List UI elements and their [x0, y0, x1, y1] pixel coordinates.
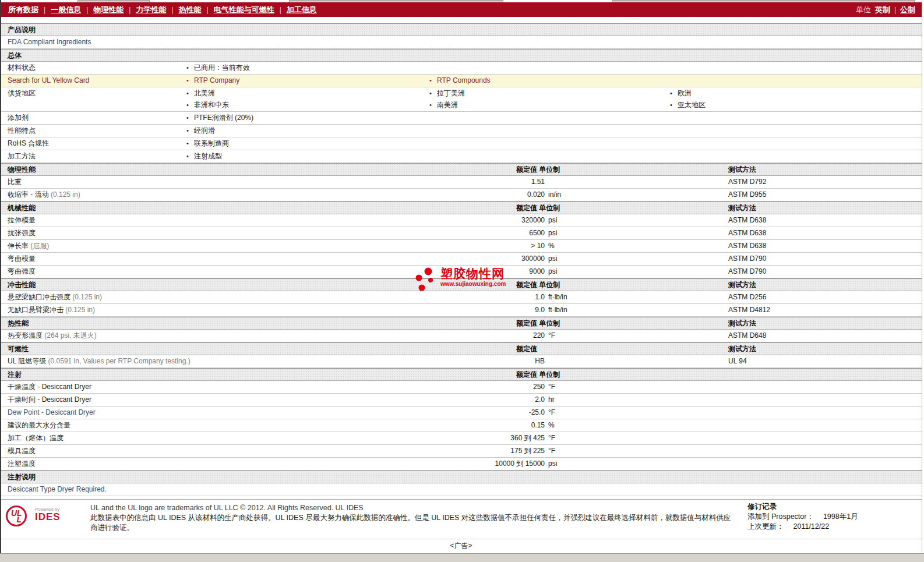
bullet-item: •南美洲 [429, 99, 458, 111]
field-label: 添加剂 [8, 112, 29, 124]
property-unit: psi [548, 227, 557, 239]
bullet-icon: • [186, 87, 194, 100]
field-label: RoHS 合规性 [8, 137, 49, 150]
bullet-icon: • [670, 87, 678, 100]
property-label: 弯曲强度 [8, 266, 36, 278]
bullet-icon: • [670, 99, 678, 111]
nav-tab-2[interactable]: 一般信息 [51, 5, 81, 15]
page-left-border [0, 0, 1, 553]
nav-tab-4[interactable]: 力学性能 [136, 5, 166, 15]
test-method: ASTM D648 [728, 330, 766, 342]
bullet-item: •注射成型 [186, 150, 222, 162]
property-label-text: 无缺口悬臂梁冲击 [8, 306, 64, 314]
bullet-icon: • [429, 87, 437, 100]
bullet-item: •非洲和中东 [186, 99, 229, 111]
property-label: 比重 [8, 176, 22, 188]
property-label-text: 拉伸模量 [8, 216, 36, 224]
property-unit: °F [548, 407, 555, 419]
unit-imperial-toggle[interactable]: 英制 [875, 5, 890, 15]
revision-added-value: 1998年1月 [823, 512, 858, 521]
section-title: 冲击性能 [0, 281, 36, 289]
nav-separator: | [86, 6, 88, 14]
field-label: 材料状态 [8, 62, 36, 74]
test-method: ASTM D4812 [728, 304, 770, 316]
property-unit: % [548, 240, 555, 252]
property-label: 弯曲模量 [8, 253, 36, 265]
bullet-item: •联系制造商 [186, 137, 229, 150]
field-row: 加工方法•注射成型 [0, 150, 922, 163]
note-text: Desiccant Type Dryer Required. [0, 483, 922, 496]
field-row: 材料状态•已商用：当前有效 [0, 62, 922, 75]
property-unit: ft·lb/in [548, 304, 567, 316]
field-label: 供货地区 [8, 87, 36, 100]
property-row: 收缩率 - 流动 (0.125 in)0.020in/inASTM D955 [0, 189, 922, 202]
bullet-item[interactable]: •RTP Compounds [429, 75, 491, 87]
nav-tab-6[interactable]: 电气性能与可燃性 [214, 5, 274, 15]
property-row: 比重1.51ASTM D792 [0, 176, 922, 189]
units-label: 单位 [856, 5, 871, 15]
column-header-value: 额定值 单位制 [516, 202, 560, 214]
bullet-item: •拉丁美洲 [429, 87, 465, 100]
section-header: 总体 [0, 49, 922, 62]
property-value: 0.15 [385, 419, 545, 432]
property-value: 1.51 [385, 176, 545, 188]
bullet-icon: • [186, 137, 194, 150]
nav-tab-7[interactable]: 加工信息 [287, 5, 317, 15]
property-value: 2.0 [385, 394, 545, 406]
bullet-value: 欧洲 [678, 89, 692, 97]
column-header-method: 测试方法 [728, 164, 756, 176]
test-method: ASTM D790 [728, 266, 766, 278]
property-condition: (0.125 in) [70, 293, 102, 301]
top-tab-stubs [0, 0, 924, 2]
nav-tab-5[interactable]: 热性能 [179, 5, 202, 15]
property-label: 伸长率 (屈服) [8, 240, 49, 252]
section-title: 产品说明 [0, 26, 36, 34]
bullet-icon: • [186, 150, 194, 162]
property-row: 弯曲模量300000psiASTM D790 [0, 253, 922, 266]
bullet-icon: • [186, 62, 194, 74]
property-label-text: 抗张强度 [8, 229, 36, 237]
page-right-border [922, 0, 922, 553]
bullet-value: 南美洲 [437, 101, 458, 109]
revision-updated-label: 上次更新： [747, 522, 784, 531]
property-value: 10000 到 15000 [385, 458, 545, 470]
property-row: 热变形温度 (264 psi, 未退火)220°FASTM D648 [0, 330, 922, 342]
bullet-value: 注射成型 [194, 152, 222, 160]
property-row: 模具温度175 到 225°F [0, 445, 922, 458]
field-label: 性能特点 [8, 125, 36, 137]
revision-added-row: 添加到 Prospector：1998年1月 [747, 512, 858, 522]
revision-record: 修订记录 添加到 Prospector：1998年1月 上次更新：2011/12… [747, 502, 858, 532]
property-value: 175 到 225 [385, 445, 545, 457]
field-row: 供货地区•北美洲•非洲和中东•拉丁美洲•南美洲•欧洲•亚太地区 [0, 87, 922, 112]
section-title: 可燃性 [0, 345, 29, 353]
bullet-value: 经润滑 [194, 126, 215, 135]
nav-tab-1[interactable]: 所有数据 [8, 5, 38, 15]
property-label-text: 模具温度 [8, 447, 36, 455]
property-unit: hr [548, 394, 555, 406]
bullet-item[interactable]: •RTP Company [186, 75, 239, 87]
bullet-value[interactable]: RTP Compounds [437, 76, 491, 84]
property-label-text: 干燥温度 - Desiccant Dryer [8, 383, 91, 391]
field-row: 性能特点•经润滑 [0, 125, 922, 137]
property-value: 9.0 [385, 304, 545, 316]
test-method: ASTM D638 [728, 240, 766, 252]
tab-stub [612, 0, 915, 2]
footer: UL L Powered by IDES UL and the UL logo … [0, 499, 922, 539]
field-label: Search for UL Yellow Card [8, 75, 89, 87]
test-method: ASTM D792 [728, 176, 766, 188]
unit-metric-toggle[interactable]: 公制 [900, 5, 915, 15]
property-label-text: 弯曲强度 [8, 267, 36, 275]
property-label: 抗张强度 [8, 227, 36, 239]
nav-separator: | [44, 6, 45, 14]
spacer [0, 17, 924, 23]
property-value: 300000 [385, 253, 545, 265]
property-condition: (0.125 in) [64, 306, 95, 314]
property-unit: °F [548, 330, 555, 342]
test-method: UL 94 [728, 355, 747, 367]
bullet-value[interactable]: RTP Company [194, 76, 239, 84]
nav-separator: | [207, 6, 209, 14]
section-title: 物理性能 [0, 165, 36, 174]
nav-tab-3[interactable]: 物理性能 [93, 5, 124, 15]
bullet-icon: • [186, 125, 194, 137]
property-row: 加工（熔体）温度360 到 425°F [0, 432, 922, 445]
